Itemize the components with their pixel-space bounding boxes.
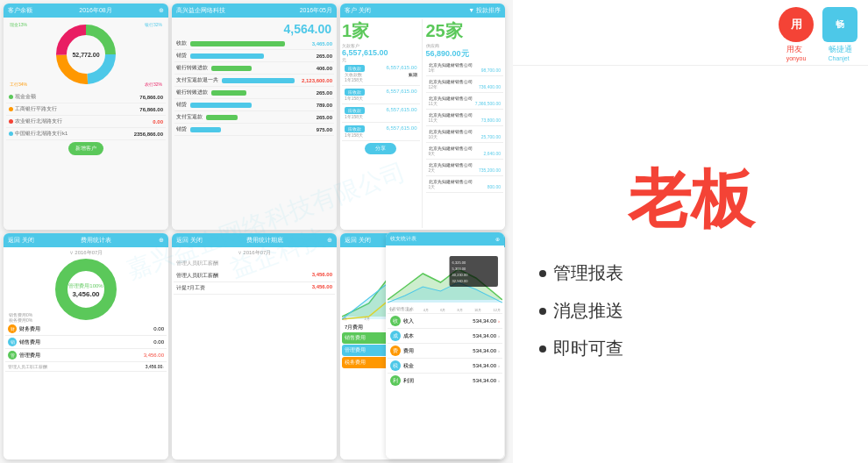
boss-title: 老板 [539, 161, 842, 237]
svg-text:5,300.00: 5,300.00 [452, 267, 466, 271]
rv-item-cost: 成 成本 534,34.00 › [388, 329, 502, 344]
feature-3: 即时可查 [539, 330, 842, 367]
phone1-header: 客户余额 2016年08月 ⊕ [4, 4, 168, 18]
svg-text:1月: 1月 [342, 317, 347, 321]
phone3-body: 1家 欠款客户 6,557,615.00 元 应收款6,557,615.00 欠… [340, 18, 505, 230]
phone-customer-balance: 客户余额 2016年08月 ⊕ 52,772.00 现金13% 银行32% 工行… [4, 4, 168, 230]
icon-finance: 财 [8, 324, 17, 333]
new-customer-button[interactable]: 新增客户 [68, 142, 103, 155]
seg-icbc: 工行34% [10, 82, 27, 87]
phone1-body: 52,772.00 现金13% 银行32% 工行34% 农行32% 现金金额 7… [4, 18, 168, 230]
chanjet-logo: 畅 畅捷通 Chanjet [822, 7, 857, 61]
boss-section: 老板 管理报表 消息推送 即时可查 [513, 66, 868, 463]
yonyou-logo: 用 用友 yonyou [779, 7, 814, 61]
phone1-date: 2016年08月 [79, 6, 111, 15]
icon-manage: 管 [8, 351, 17, 360]
donut-container: 52,772.00 现金13% 银行32% 工行34% 农行32% [6, 20, 166, 89]
rv-item-tax: 税 税金 534,34.00 › [388, 359, 502, 374]
supplier-item-1: 北京先知建材销售公司 1年98,700.00 [426, 60, 504, 76]
supplier-item-8: 北京先知建材销售公司 1天800.00 [426, 176, 504, 193]
rv-item-expense: 费 费用 534,34.00 › [388, 344, 502, 359]
phone3-title: 客户 关闭 [345, 6, 371, 15]
phone4-title: 费用统计表 [81, 236, 111, 245]
yonyou-icon: 用 [779, 7, 814, 42]
phone-revenue-stat: 收支统计表 ⊕ 6,325.00 5,300.00 40,230.00 32,5… [386, 232, 504, 459]
phone-expense-period: 返回 关闭 费用统计期底 ⊕ ∨ 2016年07月 管理人员职工薪酬 管理人员职… [172, 233, 337, 459]
balance-total: 现金金额 76,866.00 [6, 91, 166, 103]
svg-text:2月: 2月 [365, 317, 370, 321]
revenue-chart: 6,325.00 5,300.00 40,230.00 32,560.00 1月… [388, 247, 502, 304]
expense-donut-container: 管理费用100% 3,456.00 销售费用0%税务费用0% [5, 257, 167, 323]
p2-row-1: 收款 3,465.00 [174, 38, 334, 50]
icon-expense: 费 [390, 345, 401, 356]
p2-row-3: 银行转账进款 406.00 [174, 62, 334, 75]
revenue-chart-svg: 6,325.00 5,300.00 40,230.00 32,560.00 [388, 247, 502, 304]
supplier-item-2: 北京先知建材销售公司 12年736,400.00 [426, 76, 504, 93]
phone1-icon: ⊕ [159, 7, 164, 14]
phone5-header: 返回 关闭 费用统计期底 ⊕ [172, 233, 337, 247]
supplier-item-6: 北京先知建材销售公司 9天2,640.00 [426, 143, 504, 160]
p2-row-6: 销货 789.00 [174, 99, 334, 111]
customer-item-4: 应收款6,557,615.00 1年158天 [342, 123, 420, 141]
feature-2-label: 消息推送 [553, 299, 623, 323]
icon-income: 收 [390, 316, 401, 326]
svg-text:32,560.00: 32,560.00 [452, 279, 469, 283]
feature-3-label: 即时可查 [553, 337, 623, 360]
p2-row-7: 支付宝返款 265.00 [174, 111, 334, 124]
svg-text:6,325.00: 6,325.00 [452, 260, 466, 265]
dot-red [9, 119, 13, 124]
p5-item-2: 计提7月工资 3,456.00 [174, 282, 335, 295]
phone3-sort: ▼ 投款排序 [468, 6, 501, 15]
phone5-title: 费用统计期底 [246, 236, 283, 245]
customer-count: 1家 [342, 19, 420, 43]
supplier-item-7: 北京先知建材销售公司 2天735,200.00 [426, 160, 504, 176]
icon-profit: 利 [390, 375, 401, 386]
supplier-total: 56,890.00元 [426, 48, 504, 60]
expense-gl: 管 管理费用 3,456.00 [5, 349, 167, 362]
phone5-body: ∨ 2016年07月 管理人员职工薪酬 管理人员职工薪酬 3,456.00 计提… [172, 247, 337, 459]
donut-center-value: 52,772.00 [72, 52, 99, 58]
dot-blue [9, 132, 13, 136]
supplier-item-3: 北京先知建材销售公司 11天7,366,500.00 [426, 93, 504, 110]
yonyou-text: 用友 yonyou [786, 44, 807, 61]
customer-item-2: 应收款6,557,615.00 1年158天 [342, 86, 420, 104]
phone1-title: 客户余额 [8, 6, 32, 15]
rv-item-income: 收 收入 534,34.00 › [388, 314, 502, 329]
customer-item-3: 应收款6,557,615.00 1年158天 [342, 104, 420, 123]
bullet-2 [539, 308, 546, 315]
phone-gaoxing: 高兴益企网络科技 2016年05月 4,564.00 收款 3,465.00 销… [172, 4, 337, 230]
right-panel: 用 用友 yonyou 畅 畅捷通 Chanjet 老板 [513, 0, 868, 463]
seg-cash: 现金13% [10, 22, 27, 27]
phone4-body: ∨ 2016年07月 管理费用100% 3,456.00 销售费用0%税务费用0… [4, 247, 168, 459]
dot-green [9, 95, 13, 99]
bullet-3 [539, 345, 546, 353]
svg-text:40,230.00: 40,230.00 [452, 273, 469, 277]
p2-row-4: 支付宝返款退一共 2,123,600.00 [174, 75, 334, 87]
p2-row-2: 销货 265.00 [174, 50, 334, 62]
share-button[interactable]: 分享 [365, 143, 396, 154]
p5-item-1: 管理人员职工薪酬 3,456.00 [174, 270, 335, 282]
phone-customer-supplier: 客户 关闭 ▼ 投款排序 1家 欠款客户 6,557,615.00 元 应收款6… [340, 4, 505, 230]
icon-tax: 税 [390, 360, 401, 371]
brand-logos: 用 用友 yonyou 畅 畅捷通 Chanjet [779, 7, 857, 61]
bullet-1 [539, 270, 546, 277]
icon-cost: 成 [390, 331, 401, 341]
balance-boc: 中国银行北湖路支行k1 2356,866.00 [6, 128, 166, 140]
brand-section: 用 用友 yonyou 畅 畅捷通 Chanjet [513, 0, 868, 66]
rv-item-profit: 利 利润 534,34.00 › [388, 374, 502, 388]
phone2-title: 高兴益企网络科技 [176, 6, 225, 15]
balance-icbc: 工商银行平路支行 76,866.00 [6, 103, 166, 116]
supplier-item-5: 北京先知建材销售公司 10天25,700.00 [426, 126, 504, 143]
supplier-col: 25家 供应商 56,890.00元 北京先知建材销售公司 1年98,700.0… [424, 19, 504, 228]
balance-list: 现金金额 76,866.00 工商银行平路支行 76,866.00 农业银行北湖… [6, 91, 166, 140]
customer-item-1: 应收款6,557,615.00 欠收款数账期 1年158天 [342, 62, 420, 86]
supplier-item-4: 北京先知建材销售公司 11天73,800.00 [426, 110, 504, 126]
expense-xs: 销 销售费用 0.00 [5, 336, 167, 349]
phone8-body: 6,325.00 5,300.00 40,230.00 32,560.00 1月… [386, 246, 504, 459]
phone2-amount: 4,564.00 [174, 20, 334, 38]
chanjet-text: 畅捷通 Chanjet [829, 44, 852, 61]
phone-expense-stat: 返回 关闭 费用统计表 ⊕ ∨ 2016年07月 管理费用100% 3,456.… [4, 233, 168, 459]
seg-abc: 农行32% [145, 82, 162, 87]
expense-gz: 管理人员工职工薪酬 3,456.00 › [5, 362, 167, 372]
customer-col: 1家 欠款客户 6,557,615.00 元 应收款6,557,615.00 欠… [342, 19, 423, 228]
